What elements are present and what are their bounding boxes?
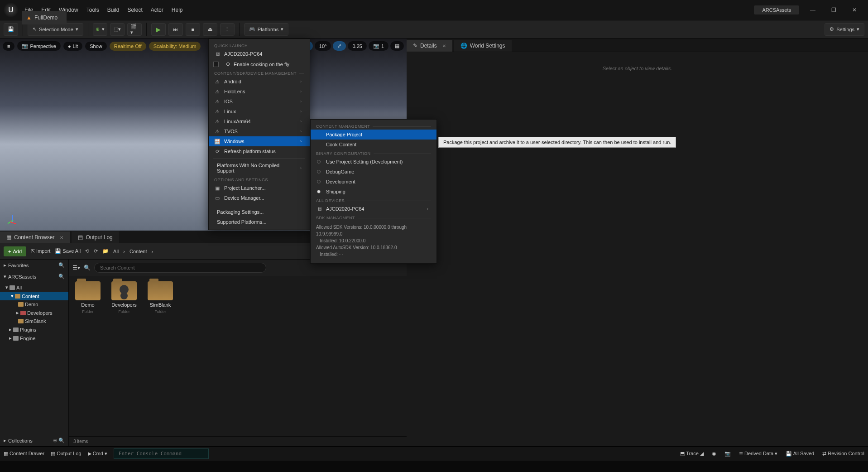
platform-android[interactable]: ⚠Android›: [209, 77, 310, 87]
import-button[interactable]: ⇱ Import: [31, 248, 50, 254]
platform-ios[interactable]: ⚠IOS›: [209, 96, 310, 106]
angle-value[interactable]: 10°: [315, 41, 331, 51]
project-launcher[interactable]: ▣Project Launcher...: [209, 183, 310, 193]
tab-world-settings[interactable]: 🌐 World Settings: [454, 40, 512, 52]
history-back[interactable]: ⟲: [85, 248, 89, 254]
play-options-button[interactable]: ⋮: [220, 23, 235, 36]
perspective-button[interactable]: 📷 Perspective: [17, 41, 60, 51]
tab-details[interactable]: ✎ Details✕: [407, 40, 452, 52]
asset-folder-simblank[interactable]: SimBlank Folder: [147, 281, 174, 314]
derived-data-button[interactable]: ≣ Derived Data ▾: [739, 451, 777, 457]
stop-button[interactable]: ■: [186, 23, 200, 36]
add-content-button[interactable]: ⊕▾: [93, 23, 107, 36]
viewport-layout-button[interactable]: ▦: [390, 41, 404, 51]
add-button[interactable]: + Add: [4, 246, 26, 256]
refresh-platforms[interactable]: ⟳Refresh platform status: [209, 146, 310, 156]
save-all-button[interactable]: 💾 Save All: [55, 248, 81, 254]
asset-folder-developers[interactable]: Developers Folder: [110, 281, 138, 314]
content-drawer-button[interactable]: ▦ Content Drawer: [4, 451, 44, 457]
save-button[interactable]: 💾: [4, 23, 18, 36]
camera-speed-button[interactable]: 📷 1: [369, 41, 388, 51]
device-manager[interactable]: ▭Device Manager...: [209, 193, 310, 203]
eject-button[interactable]: ⏏: [203, 23, 217, 36]
breadcrumb-all[interactable]: All: [113, 249, 119, 254]
menu-tools[interactable]: Tools: [86, 7, 99, 13]
trace-rec-button[interactable]: ◉: [712, 451, 716, 457]
quick-launch-target[interactable]: 🖥AJCD2020-PC64: [209, 49, 310, 59]
scale-snap-button[interactable]: ⤢: [333, 41, 346, 51]
use-project-setting[interactable]: Use Project Setting (Development): [311, 157, 436, 167]
level-tab[interactable]: ▲ FullDemo: [22, 11, 67, 24]
close-icon[interactable]: ✕: [60, 235, 63, 240]
cinematics-button[interactable]: 🎬▾: [127, 23, 142, 36]
selection-mode-button[interactable]: ↖ Selection Mode ▾: [28, 23, 83, 36]
breadcrumb-content[interactable]: Content: [129, 249, 147, 254]
device-pc64[interactable]: 🖥AJCD2020-PC64›: [311, 204, 436, 214]
asset-folder-demo[interactable]: Demo Folder: [74, 281, 101, 314]
ue-logo[interactable]: U: [4, 3, 18, 17]
console-input[interactable]: [114, 448, 209, 459]
breadcrumb-folder-icon[interactable]: 📁: [102, 248, 109, 254]
scale-value[interactable]: 0.25: [348, 41, 366, 51]
cmd-selector[interactable]: ▶ Cmd ▾: [88, 451, 107, 457]
history-fwd[interactable]: ⟳: [94, 248, 98, 254]
realtime-badge[interactable]: Realtime Off: [110, 42, 146, 51]
menu-actor[interactable]: Actor: [151, 7, 163, 13]
config-debuggame[interactable]: DebugGame: [311, 167, 436, 177]
scalability-badge[interactable]: Scalability: Medium: [149, 42, 201, 51]
tree-all[interactable]: ▾All: [0, 283, 68, 292]
cook-content[interactable]: Cook Content: [311, 140, 436, 149]
tree-developers[interactable]: ▸Developers: [0, 308, 68, 317]
output-log-button[interactable]: ▤ Output Log: [51, 451, 82, 457]
search-icon[interactable]: 🔍: [58, 274, 65, 279]
settings-button[interactable]: ⚙ Settings ▾: [825, 23, 864, 36]
restore-button[interactable]: ❐: [826, 4, 841, 16]
menu-help[interactable]: Help: [172, 7, 183, 13]
lit-button[interactable]: ● Lit: [63, 42, 82, 51]
revision-control-button[interactable]: ⇄ Revision Control: [822, 451, 864, 457]
platform-tvos[interactable]: ⚠TVOS›: [209, 126, 310, 136]
platform-hololens[interactable]: ⚠HoloLens›: [209, 87, 310, 96]
section-content-mgmt: CONTENT MANAGEMENT: [311, 122, 436, 130]
tree-demo[interactable]: Demo: [0, 300, 68, 308]
menu-select[interactable]: Select: [127, 7, 142, 13]
tree-plugins[interactable]: ▸Plugins: [0, 325, 68, 334]
close-icon[interactable]: ✕: [442, 43, 446, 48]
show-button[interactable]: Show: [85, 42, 107, 51]
platforms-no-support[interactable]: Platforms With No Compiled Support›: [209, 160, 310, 176]
filter-button[interactable]: ☰▾: [72, 265, 80, 271]
supported-platforms[interactable]: Supported Platforms...: [209, 217, 310, 227]
package-project[interactable]: Package Project: [311, 130, 436, 140]
menu-build[interactable]: Build: [107, 7, 120, 13]
trace-snap-button[interactable]: 📷: [724, 451, 731, 457]
search-icon[interactable]: 🔍: [58, 262, 65, 268]
tab-content-browser[interactable]: ▦ Content Browser✕: [0, 231, 70, 243]
tab-output-log[interactable]: ▤ Output Log: [72, 231, 119, 243]
skip-button[interactable]: ⏭: [168, 23, 183, 36]
favorites-section[interactable]: ▸ Favorites🔍: [0, 260, 68, 271]
search-input[interactable]: [94, 263, 266, 273]
tree-content[interactable]: ▾Content: [0, 292, 68, 300]
platform-linux[interactable]: ⚠Linux›: [209, 106, 310, 116]
play-button[interactable]: ▶: [151, 23, 166, 36]
platforms-button[interactable]: 🎮 Platforms ▾: [244, 23, 288, 36]
minimize-button[interactable]: —: [806, 4, 820, 16]
marketplace-button[interactable]: ⬚▾: [110, 23, 125, 36]
chevron-down-icon: ▾: [76, 26, 78, 32]
enable-cooking-checkbox[interactable]: ⊙ Enable cooking on the fly: [209, 59, 310, 69]
project-section[interactable]: ▾ ARCSassets🔍: [0, 271, 68, 282]
viewport-menu-button[interactable]: ≡: [3, 42, 14, 51]
close-button[interactable]: ✕: [847, 4, 862, 16]
tree-simblank[interactable]: SimBlank: [0, 317, 68, 325]
config-development[interactable]: Development: [311, 177, 436, 187]
all-saved-button[interactable]: 💾 All Saved: [786, 451, 814, 457]
trace-button[interactable]: ⬒ Trace ◢: [680, 451, 704, 457]
tree-engine[interactable]: ▸Engine: [0, 334, 68, 342]
config-shipping[interactable]: Shipping: [311, 187, 436, 197]
packaging-settings[interactable]: Packaging Settings...: [209, 207, 310, 217]
collections-section[interactable]: ▸ Collections⊕ 🔍: [0, 435, 68, 446]
platform-linuxarm64[interactable]: ⚠LinuxArm64›: [209, 116, 310, 126]
project-badge[interactable]: ARCSAssets: [754, 5, 799, 14]
platform-windows[interactable]: 🪟Windows›: [209, 136, 310, 146]
warning-icon: ⚠: [214, 119, 221, 125]
